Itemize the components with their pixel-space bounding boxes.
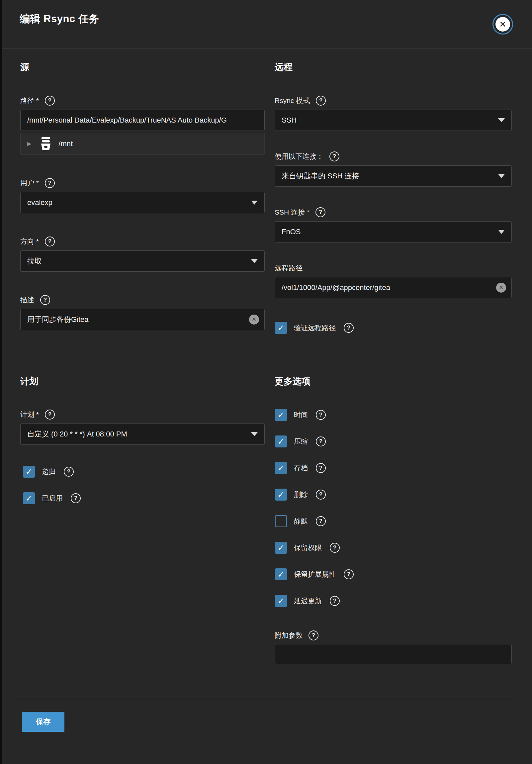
option-label: 静默 bbox=[294, 516, 308, 526]
remote-path-input-container: ✕ bbox=[274, 277, 512, 298]
more-option-row-7: ✓保留扩展属性? bbox=[275, 568, 354, 580]
connect-via-select-value: 来自钥匙串的 SSH 连接 bbox=[275, 166, 511, 186]
more-option-row-2: ✓压缩? bbox=[275, 436, 354, 448]
more-option-row-3: ✓存档? bbox=[275, 462, 354, 474]
schedule-select[interactable]: 自定义 (0 20 * * *) At 08:00 PM bbox=[20, 424, 265, 445]
option-checkbox[interactable]: ✓ bbox=[275, 568, 287, 580]
dataset-icon bbox=[40, 137, 52, 150]
path-label-row: 路径 * ? bbox=[20, 96, 265, 105]
more-option-row-8: ✓延迟更新? bbox=[275, 595, 354, 607]
help-icon[interactable]: ? bbox=[344, 569, 354, 579]
check-icon: ✓ bbox=[26, 494, 33, 502]
option-checkbox[interactable]: ✓ bbox=[275, 542, 287, 554]
connect-via-label: 使用以下连接： bbox=[274, 152, 323, 161]
clear-icon[interactable]: ✕ bbox=[249, 314, 259, 324]
more-options-list: ✓时间?✓压缩?✓存档?✓删除?✓静默?✓保留权限?✓保留扩展属性?✓延迟更新? bbox=[275, 409, 354, 607]
help-icon[interactable]: ? bbox=[329, 151, 339, 161]
ssh-connection-select[interactable]: FnOS bbox=[274, 221, 512, 243]
description-input[interactable] bbox=[21, 309, 265, 330]
option-label: 时间 bbox=[294, 410, 308, 420]
help-icon[interactable]: ? bbox=[316, 489, 326, 499]
option-checkbox[interactable]: ✓ bbox=[275, 488, 287, 500]
remote-path-label-row: 远程路径 bbox=[274, 263, 512, 273]
schedule-select-value: 自定义 (0 20 * * *) At 08:00 PM bbox=[21, 424, 265, 445]
help-icon[interactable]: ? bbox=[45, 410, 55, 420]
chevron-down-icon bbox=[251, 432, 258, 436]
recursive-checkbox[interactable]: ✓ bbox=[23, 466, 35, 478]
tree-expand-icon[interactable]: ▶ bbox=[27, 141, 31, 146]
chevron-down-icon bbox=[251, 259, 258, 263]
tree-node-mnt[interactable]: ▶ /mnt bbox=[21, 133, 265, 154]
recursive-row: ✓ 递归 ? bbox=[23, 466, 74, 478]
option-checkbox[interactable]: ✓ bbox=[275, 515, 287, 527]
help-icon[interactable]: ? bbox=[71, 493, 81, 503]
direction-select[interactable]: 拉取 bbox=[20, 251, 265, 272]
check-icon: ✓ bbox=[277, 490, 284, 499]
help-icon[interactable]: ? bbox=[344, 323, 354, 333]
edit-rsync-task-dialog: 编辑 Rsync 任务 ✕ 源 路径 * ? ▶ /mnt bbox=[2, 0, 532, 764]
check-icon: ✓ bbox=[277, 324, 284, 332]
option-checkbox[interactable]: ✓ bbox=[275, 436, 287, 448]
direction-label: 方向 * bbox=[20, 237, 39, 246]
description-label: 描述 bbox=[20, 295, 34, 304]
user-label-row: 用户 * ? bbox=[20, 178, 265, 188]
chevron-down-icon bbox=[498, 118, 505, 122]
ssh-connection-select-value: FnOS bbox=[275, 222, 511, 242]
help-icon[interactable]: ? bbox=[45, 237, 55, 247]
option-checkbox[interactable]: ✓ bbox=[275, 462, 287, 474]
path-input[interactable] bbox=[21, 110, 265, 130]
connect-via-label-row: 使用以下连接： ? bbox=[274, 151, 512, 161]
save-button[interactable]: 保存 bbox=[22, 712, 65, 732]
more-option-row-1: ✓时间? bbox=[275, 409, 354, 421]
chevron-down-icon bbox=[498, 230, 505, 234]
option-checkbox[interactable]: ✓ bbox=[275, 409, 287, 421]
option-label: 压缩 bbox=[294, 437, 308, 446]
option-label: 保留扩展属性 bbox=[294, 570, 336, 579]
chevron-down-icon bbox=[498, 174, 505, 178]
help-icon[interactable]: ? bbox=[330, 596, 340, 606]
help-icon[interactable]: ? bbox=[316, 437, 326, 447]
close-button[interactable]: ✕ bbox=[492, 14, 513, 35]
validate-remote-path-row: ✓ 验证远程路径 ? bbox=[275, 322, 354, 334]
enabled-checkbox[interactable]: ✓ bbox=[23, 492, 35, 504]
dialog-title: 编辑 Rsync 任务 bbox=[20, 12, 99, 26]
schedule-label-row: 计划 * ? bbox=[20, 410, 265, 420]
validate-remote-path-checkbox[interactable]: ✓ bbox=[275, 322, 287, 334]
direction-label-row: 方向 * ? bbox=[20, 237, 265, 247]
remote-path-input[interactable] bbox=[275, 278, 511, 298]
description-input-container: ✕ bbox=[20, 309, 265, 330]
help-icon[interactable]: ? bbox=[308, 631, 318, 641]
check-icon: ✓ bbox=[26, 468, 33, 476]
help-icon[interactable]: ? bbox=[64, 467, 74, 477]
clear-icon[interactable]: ✕ bbox=[496, 283, 506, 292]
auxiliary-params-input-container bbox=[274, 644, 512, 664]
help-icon[interactable]: ? bbox=[40, 295, 50, 305]
help-icon[interactable]: ? bbox=[316, 463, 326, 473]
close-icon: ✕ bbox=[495, 17, 510, 32]
rsync-mode-label-row: Rsync 模式 ? bbox=[274, 96, 512, 105]
help-icon[interactable]: ? bbox=[315, 207, 325, 217]
rsync-mode-select[interactable]: SSH bbox=[274, 109, 512, 131]
help-icon[interactable]: ? bbox=[316, 516, 326, 526]
rsync-mode-select-value: SSH bbox=[275, 110, 511, 130]
help-icon[interactable]: ? bbox=[45, 96, 55, 105]
user-select-value: evalexp bbox=[21, 192, 265, 213]
ssh-connection-label-row: SSH 连接 * ? bbox=[274, 207, 512, 217]
option-checkbox[interactable]: ✓ bbox=[275, 595, 287, 607]
help-icon[interactable]: ? bbox=[45, 178, 55, 188]
user-label: 用户 * bbox=[20, 178, 39, 188]
auxiliary-params-input[interactable] bbox=[275, 645, 511, 664]
help-icon[interactable]: ? bbox=[316, 96, 326, 105]
check-icon: ✓ bbox=[277, 411, 284, 419]
connect-via-select[interactable]: 来自钥匙串的 SSH 连接 bbox=[274, 165, 512, 187]
help-icon[interactable]: ? bbox=[330, 543, 340, 553]
more-option-row-5: ✓静默? bbox=[275, 515, 354, 527]
option-label: 延迟更新 bbox=[294, 596, 322, 606]
user-select[interactable]: evalexp bbox=[20, 192, 265, 213]
description-label-row: 描述 ? bbox=[20, 295, 265, 305]
help-icon[interactable]: ? bbox=[316, 410, 326, 420]
auxiliary-params-label-row: 附加参数 ? bbox=[274, 631, 512, 641]
tree-node-label: /mnt bbox=[59, 139, 73, 148]
rsync-mode-label: Rsync 模式 bbox=[274, 96, 310, 105]
check-icon: ✓ bbox=[277, 570, 284, 579]
